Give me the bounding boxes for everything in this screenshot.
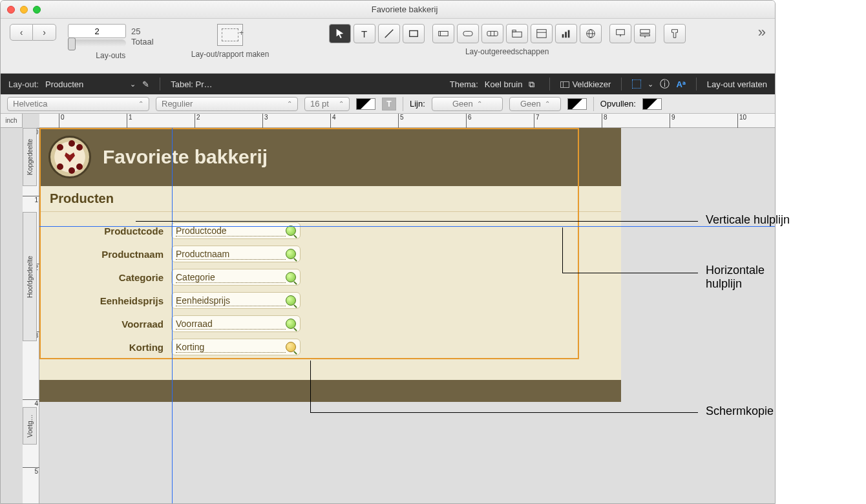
record-nav-group: ‹ ›: [10, 24, 56, 41]
text-color-swatch[interactable]: [356, 98, 375, 110]
font-size-dropdown[interactable]: 16 pt⌃: [304, 97, 350, 111]
header-part-label[interactable]: Kopgedeelte: [23, 128, 37, 186]
theme-label: Thema:: [450, 79, 478, 89]
field-voorraad[interactable]: Voorraad: [171, 315, 301, 332]
app-window: Favoriete bakkerij ‹ › 2 25 Totaal Lay-o…: [0, 0, 776, 504]
svg-rect-14: [567, 30, 569, 38]
webviewer-tool[interactable]: [580, 24, 602, 43]
layout-name: Producten: [45, 79, 83, 89]
layout-slider[interactable]: [68, 39, 126, 47]
lookup-icon[interactable]: [286, 272, 296, 282]
layout-canvas[interactable]: Kopgedeelte Hoofdgedeelte Voetg… Favorie…: [39, 128, 775, 504]
button-tool[interactable]: [457, 24, 479, 43]
lookup-icon[interactable]: [286, 319, 296, 329]
fill-color-swatch[interactable]: [642, 98, 662, 110]
next-record-button[interactable]: ›: [33, 24, 56, 41]
svg-rect-4: [463, 31, 472, 36]
layout-dropdown[interactable]: Producten ⌄: [45, 79, 136, 89]
tab-control-tool[interactable]: [506, 24, 528, 43]
lookup-icon[interactable]: [286, 342, 296, 352]
table-label[interactable]: Tabel: Pr…: [171, 79, 212, 89]
edit-layout-icon[interactable]: ✎: [142, 79, 149, 89]
header-part[interactable]: Favoriete bakkerij: [39, 128, 621, 186]
field-productnaam[interactable]: Productnaam: [171, 246, 301, 262]
text-format-icon[interactable]: Aᵃ: [676, 79, 685, 89]
field-label[interactable]: Eenheidsprijs: [47, 295, 164, 306]
callout-line: [562, 227, 563, 273]
formatting-bar: Helvetica⌃ Regulier⌃ 16 pt⌃ T Lijn: Geen…: [1, 94, 775, 114]
text-tool[interactable]: T: [354, 24, 375, 43]
selection-tool[interactable]: [329, 24, 351, 43]
line-color-swatch[interactable]: [567, 98, 587, 110]
field-row: Categorie Categorie: [47, 269, 613, 286]
lookup-icon[interactable]: [286, 295, 296, 306]
line-weight-dropdown[interactable]: Geen⌃: [432, 97, 503, 111]
horizontal-ruler[interactable]: 0 1 2 3 4 5 6 7 8 9 10: [39, 114, 775, 128]
section-header[interactable]: Producten: [39, 186, 621, 212]
section-title[interactable]: Producten: [50, 191, 114, 206]
logo-icon[interactable]: [48, 136, 91, 178]
body-part-label[interactable]: Hoofdgedeelte: [23, 212, 37, 341]
field-productcode[interactable]: Productcode: [171, 222, 301, 239]
svg-line-0: [385, 30, 393, 38]
field-categorie[interactable]: Categorie: [171, 269, 301, 286]
new-layout-report-button[interactable]: [217, 24, 243, 46]
screen-bounds-icon[interactable]: [632, 79, 641, 89]
lookup-icon[interactable]: [286, 226, 296, 236]
field-label[interactable]: Voorraad: [47, 319, 164, 330]
font-dropdown[interactable]: Helvetica⌃: [7, 97, 149, 111]
footer-part-label[interactable]: Voetg…: [23, 407, 37, 445]
font-style-dropdown[interactable]: Regulier⌃: [156, 97, 298, 111]
field-eenheidsprijs[interactable]: Eenheidsprijs: [171, 292, 301, 309]
traffic-lights: [7, 6, 41, 14]
layout-number-input[interactable]: 2: [68, 24, 126, 38]
field-row: Productcode Productcode: [47, 222, 613, 239]
format-painter-tool[interactable]: [664, 24, 686, 43]
close-icon[interactable]: [7, 6, 15, 14]
field-label[interactable]: Productnaam: [47, 249, 164, 260]
ruler-unit[interactable]: inch: [1, 114, 23, 128]
field-row: Korting Korting: [47, 339, 613, 355]
part-tool[interactable]: [634, 24, 656, 43]
header-title[interactable]: Favoriete bakkerij: [103, 146, 268, 168]
lookup-icon[interactable]: [286, 249, 296, 259]
chevron-down-icon: ⌄: [130, 80, 136, 89]
chevron-down-icon[interactable]: ⌄: [648, 80, 653, 89]
chart-tool[interactable]: [555, 24, 577, 43]
report-label: Lay-out/rapport maken: [191, 50, 269, 59]
body-part[interactable]: Productcode Productcode Productnaam Prod…: [39, 212, 621, 380]
zoom-icon[interactable]: [33, 6, 41, 14]
total-count: 25: [131, 26, 154, 37]
callout-line: [310, 361, 311, 412]
minimize-icon[interactable]: [20, 6, 28, 14]
tools-label: Lay-outgereedschappen: [465, 47, 549, 56]
toolbar-overflow-icon[interactable]: »: [758, 24, 766, 41]
svg-rect-13: [565, 32, 567, 37]
canvas-area: inch 0 1 2 3 4 5 6 7 8 9 10 0 1 2 3 4 5 …: [1, 114, 775, 504]
callout-horizontal-guide: Horizontale hulplijn: [706, 264, 765, 291]
theme-name[interactable]: Koel bruin: [485, 79, 523, 89]
exit-layout-button[interactable]: Lay-out verlaten: [707, 79, 767, 89]
line-style-dropdown[interactable]: Geen⌃: [509, 97, 561, 111]
field-korting[interactable]: Korting: [171, 339, 301, 355]
svg-rect-10: [536, 30, 545, 38]
line-tool[interactable]: [378, 24, 400, 43]
portal-tool[interactable]: [531, 24, 553, 43]
field-label[interactable]: Productcode: [47, 226, 164, 236]
svg-rect-18: [616, 30, 624, 35]
field-label[interactable]: Korting: [47, 342, 164, 353]
text-tool-icon[interactable]: T: [382, 98, 396, 110]
svg-rect-20: [640, 34, 649, 36]
svg-rect-8: [512, 32, 521, 37]
footer-part[interactable]: [39, 380, 621, 402]
fieldpicker-button[interactable]: Veldkiezer: [560, 79, 611, 89]
field-label[interactable]: Categorie: [47, 272, 164, 283]
rectangle-tool[interactable]: [403, 24, 425, 43]
theme-swap-icon[interactable]: ⧉: [529, 79, 539, 89]
field-tool[interactable]: [432, 24, 454, 43]
field-picker-tool[interactable]: [609, 24, 631, 43]
info-icon[interactable]: ⓘ: [660, 78, 670, 90]
buttonbar-tool[interactable]: [481, 24, 503, 43]
layouts-label: Lay-outs: [96, 51, 125, 60]
prev-record-button[interactable]: ‹: [10, 24, 33, 41]
